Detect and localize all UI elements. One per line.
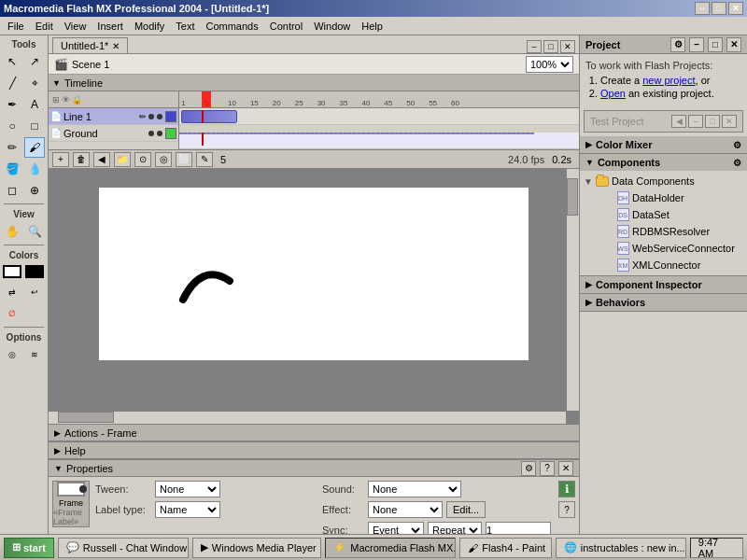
doc-minimize-btn[interactable]: – [527, 40, 542, 53]
test-proj-btn2[interactable]: – [688, 115, 703, 128]
start-button[interactable]: ⊞ start [4, 538, 54, 558]
color-mixer-options[interactable]: ⚙ [733, 140, 741, 150]
mark-1: 1 [181, 99, 186, 107]
comp-xml[interactable]: XM XMLConnector [582, 257, 745, 273]
hand-tool[interactable]: ✋ [2, 221, 22, 242]
sound-select[interactable]: None [368, 481, 461, 497]
pen-tool[interactable]: ✒ [2, 94, 22, 115]
minimize-button[interactable]: – [695, 2, 710, 15]
arrow-tool[interactable]: ↖ [2, 51, 22, 72]
prop-btn-2[interactable]: ? [540, 461, 555, 476]
menu-window[interactable]: Window [308, 19, 356, 34]
project-btn-2[interactable]: – [689, 37, 704, 52]
prop-side-btn2[interactable]: ? [558, 501, 575, 518]
oval-tool[interactable]: ○ [2, 116, 22, 136]
layer-row-1[interactable]: 📄 Ground [49, 125, 178, 142]
comp-folder-data[interactable]: ▼ Data Components [582, 173, 745, 189]
comp-dataholder[interactable]: DH DataHolder [582, 189, 745, 206]
menu-control[interactable]: Control [264, 19, 308, 34]
close-button[interactable]: ✕ [728, 2, 743, 15]
actions-panel-header[interactable]: ▶ Actions - Frame [49, 425, 579, 441]
stage-scrollbar-v[interactable] [566, 169, 579, 411]
effect-select[interactable]: None [368, 501, 443, 518]
menu-file[interactable]: File [2, 19, 30, 34]
option1[interactable]: ◎ [2, 344, 22, 365]
option2[interactable]: ≋ [24, 344, 45, 365]
menu-text[interactable]: Text [170, 19, 200, 34]
taskbar-item-1[interactable]: ▶ Windows Media Player [192, 538, 321, 558]
document-tab[interactable]: Untitled-1* ✕ [52, 37, 128, 53]
fill-tool[interactable]: 🪣 [2, 159, 22, 179]
extra-tool[interactable]: ⊕ [24, 180, 45, 201]
prop-green-btn[interactable]: ℹ [558, 481, 575, 497]
tl-center-frame[interactable]: ⊙ [134, 152, 151, 167]
rect-tool[interactable]: □ [24, 116, 45, 136]
color-mixer-header[interactable]: ▶ Color Mixer ⚙ [580, 136, 747, 153]
lasso-tool[interactable]: ⌖ [24, 73, 45, 93]
taskbar-item-4[interactable]: 🌐 instructables : new in... [556, 538, 686, 558]
prop-btn-1[interactable]: ⚙ [521, 461, 536, 476]
comp-rdbms[interactable]: RD RDBMSResolver [582, 223, 745, 240]
default-colors[interactable]: ↩ [24, 282, 45, 302]
project-btn-4[interactable]: ✕ [726, 37, 741, 52]
comp-dataset[interactable]: DS DataSet [582, 206, 745, 223]
fill-color[interactable] [25, 265, 44, 278]
menu-edit[interactable]: Edit [30, 19, 59, 34]
text-tool[interactable]: A [24, 94, 45, 115]
comp-webservice[interactable]: WS WebServiceConnector [582, 240, 745, 257]
open-project-link[interactable]: Open [600, 88, 626, 99]
project-btn-1[interactable]: ⚙ [670, 37, 685, 52]
label-type-select[interactable]: Name Comment Anchor [155, 501, 220, 518]
eraser-tool[interactable]: ◻ [2, 180, 22, 201]
line-tool[interactable]: ╱ [2, 73, 22, 93]
tl-add-folder[interactable]: 📁 [114, 152, 131, 167]
help-panel-header[interactable]: ▶ Help [49, 442, 579, 459]
menu-help[interactable]: Help [356, 19, 388, 34]
taskbar-item-0[interactable]: 💬 Russell - Chat Window [58, 538, 189, 558]
tl-add-motion[interactable]: ◀ [93, 152, 110, 167]
swap-colors[interactable]: ⇄ [2, 282, 22, 302]
menu-modify[interactable]: Modify [129, 19, 170, 34]
menu-view[interactable]: View [59, 19, 92, 34]
stroke-color[interactable] [3, 265, 21, 278]
zoom-tool[interactable]: 🔍 [24, 221, 45, 242]
new-project-link[interactable]: new project [642, 75, 695, 86]
menu-insert[interactable]: Insert [92, 19, 129, 34]
taskbar-item-2[interactable]: ⚡ Macromedia Flash MX... [325, 538, 456, 558]
tl-edit-multiple[interactable]: ✎ [196, 152, 213, 167]
components-header[interactable]: ▼ Components ⚙ [580, 154, 747, 171]
eyedropper-tool[interactable]: 💧 [24, 159, 45, 179]
project-btn-3[interactable]: □ [708, 37, 723, 52]
properties-panel-header[interactable]: ▼ Properties ⚙ ? ✕ [49, 460, 579, 477]
test-proj-btn4[interactable]: ✕ [722, 115, 737, 128]
layer-row-0[interactable]: 📄 Line 1 ✏ [49, 108, 178, 125]
tl-delete-layer[interactable]: 🗑 [73, 152, 90, 167]
maximize-button[interactable]: □ [712, 2, 726, 15]
scrollbar-v-thumb[interactable] [567, 178, 578, 216]
stage-scrollbar-h[interactable] [49, 411, 566, 424]
doc-close-btn[interactable]: ✕ [560, 40, 575, 53]
tl-onion-skin[interactable]: ◎ [155, 152, 172, 167]
taskbar-item-3[interactable]: 🖌 Flash4 - Paint [459, 538, 552, 558]
menu-commands[interactable]: Commands [200, 19, 263, 34]
component-inspector-header[interactable]: ▶ Component Inspector [580, 276, 747, 293]
scrollbar-h-thumb[interactable] [58, 412, 114, 423]
doc-close-icon[interactable]: ✕ [112, 41, 120, 51]
pencil-tool[interactable]: ✏ [2, 137, 22, 158]
tl-onion-outline[interactable]: ⬜ [176, 152, 192, 167]
doc-restore-btn[interactable]: □ [543, 40, 558, 53]
test-proj-btn3[interactable]: □ [705, 115, 720, 128]
tween-select[interactable]: None Motion Shape [155, 481, 220, 497]
timeline-header[interactable]: ▼ Timeline [49, 75, 579, 91]
zoom-select[interactable]: 100% 50% 200% [526, 56, 573, 73]
test-proj-btn1[interactable]: ◀ [671, 115, 686, 128]
brush-tool[interactable]: 🖌 [24, 137, 45, 158]
behaviors-header[interactable]: ▶ Behaviors [580, 294, 747, 311]
stage[interactable] [99, 188, 529, 360]
edit-button[interactable]: Edit... [446, 501, 486, 518]
prop-btn-3[interactable]: ✕ [558, 461, 573, 476]
components-options[interactable]: ⚙ [733, 158, 741, 168]
subselect-tool[interactable]: ↗ [24, 51, 45, 72]
none-color[interactable]: ∅ [2, 303, 22, 324]
tl-add-layer[interactable]: + [52, 152, 69, 167]
